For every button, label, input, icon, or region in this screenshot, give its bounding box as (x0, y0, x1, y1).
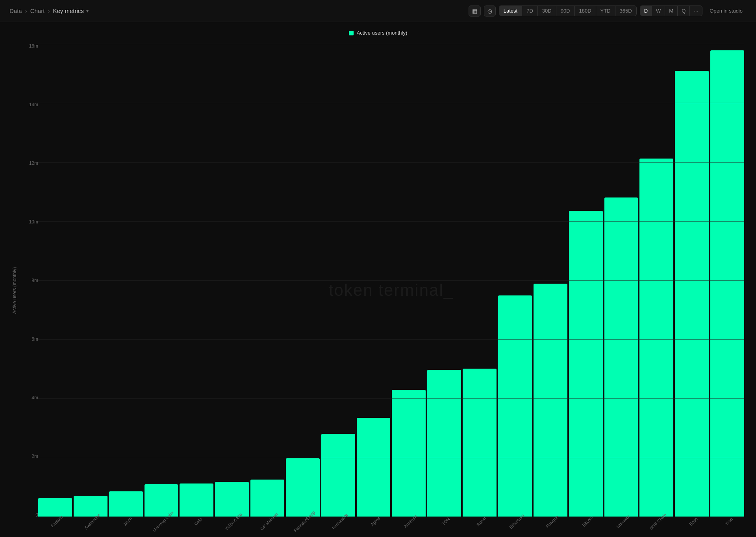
bar (498, 295, 532, 517)
period-90d[interactable]: 90D (556, 6, 575, 16)
bar-col[interactable] (215, 44, 249, 517)
topbar: Data › Chart › Key metrics ▾ ▦ ◷ Latest … (0, 0, 756, 22)
period-ytd[interactable]: YTD (596, 6, 615, 16)
bar-col[interactable] (498, 44, 532, 517)
y-tick-1: 14m (20, 102, 38, 107)
period-latest[interactable]: Latest (499, 6, 522, 16)
bar (534, 284, 567, 517)
gran-m[interactable]: M (665, 6, 678, 16)
bar (463, 369, 497, 517)
open-in-studio-button[interactable]: Open in studio (706, 6, 747, 16)
bar (569, 211, 603, 517)
bar (392, 390, 426, 517)
bar (639, 159, 673, 517)
bars-row (38, 44, 744, 517)
bar-col[interactable] (392, 44, 426, 517)
clock-button[interactable]: ◷ (484, 6, 496, 17)
y-axis: 16m 14m 12m 10m 8m 6m 4m 2m 0 (20, 44, 38, 537)
bar-col[interactable] (569, 44, 603, 517)
clock-icon: ◷ (487, 8, 492, 14)
bar-chart-icon: ▦ (472, 8, 477, 14)
bar-col[interactable] (463, 44, 497, 517)
period-30d[interactable]: 30D (538, 6, 556, 16)
chevron-down-icon: ▾ (86, 8, 89, 14)
period-365d[interactable]: 365D (615, 6, 636, 16)
y-tick-6: 4m (20, 395, 38, 400)
breadcrumb-key-metrics[interactable]: Key metrics ▾ (53, 7, 88, 14)
bar-col[interactable] (321, 44, 355, 517)
breadcrumb-sep-2: › (48, 7, 50, 14)
chart-container: Active users (monthly) Active users (mon… (0, 22, 756, 537)
gran-q[interactable]: Q (678, 6, 690, 16)
toolbar-right: ▦ ◷ Latest 7D 30D 90D 180D YTD 365D D W … (469, 6, 747, 17)
bar-col[interactable] (250, 44, 284, 517)
breadcrumb-data[interactable]: Data (9, 7, 22, 14)
bar-col[interactable] (286, 44, 320, 517)
bar-col[interactable] (38, 44, 72, 517)
breadcrumb-sep-1: › (25, 7, 27, 14)
bar-col[interactable] (710, 44, 744, 517)
y-tick-0: 16m (20, 44, 38, 48)
period-7d[interactable]: 7D (522, 6, 538, 16)
bar (675, 71, 709, 517)
gran-w[interactable]: W (652, 6, 665, 16)
bar-col[interactable] (74, 44, 107, 517)
bar-col[interactable] (109, 44, 143, 517)
bar-col[interactable] (639, 44, 673, 517)
bar-col[interactable] (534, 44, 567, 517)
breadcrumb: Data › Chart › Key metrics ▾ (9, 7, 89, 14)
period-180d[interactable]: 180D (575, 6, 596, 16)
bar-col[interactable] (675, 44, 709, 517)
gran-d[interactable]: D (640, 6, 652, 16)
bar-col[interactable] (604, 44, 638, 517)
legend-label: Active users (monthly) (357, 30, 408, 36)
bar-col[interactable] (180, 44, 213, 517)
chart-type-icon-button[interactable]: ▦ (469, 6, 481, 17)
y-tick-5: 6m (20, 337, 38, 341)
legend-color-swatch (349, 31, 354, 35)
bar (710, 50, 744, 517)
bar (427, 370, 461, 517)
bar-col[interactable] (427, 44, 461, 517)
chart-inner: Active users (monthly) 16m 14m 12m 10m 8… (12, 44, 744, 537)
y-tick-7: 2m (20, 454, 38, 459)
bar-col[interactable] (357, 44, 391, 517)
y-tick-2: 12m (20, 161, 38, 166)
x-axis: FantomAvalanche1inchUniswap LabsCelozkSy… (38, 517, 744, 537)
breadcrumb-current: Key metrics (53, 7, 83, 14)
granularity-group: D W M Q ··· (640, 6, 702, 16)
plot-area: token terminal_ FantomAvalanche1inchUnis… (38, 44, 744, 537)
breadcrumb-chart[interactable]: Chart (30, 7, 45, 14)
bar (321, 434, 355, 517)
y-tick-3: 10m (20, 220, 38, 224)
y-axis-label: Active users (monthly) (12, 267, 17, 314)
bar (357, 418, 391, 517)
period-group: Latest 7D 30D 90D 180D YTD 365D (499, 6, 637, 16)
y-tick-8: 0 (20, 513, 38, 517)
bar (604, 197, 638, 517)
gran-more[interactable]: ··· (690, 6, 702, 16)
bar-col[interactable] (145, 44, 178, 517)
chart-legend: Active users (monthly) (12, 30, 744, 36)
y-tick-4: 8m (20, 278, 38, 283)
